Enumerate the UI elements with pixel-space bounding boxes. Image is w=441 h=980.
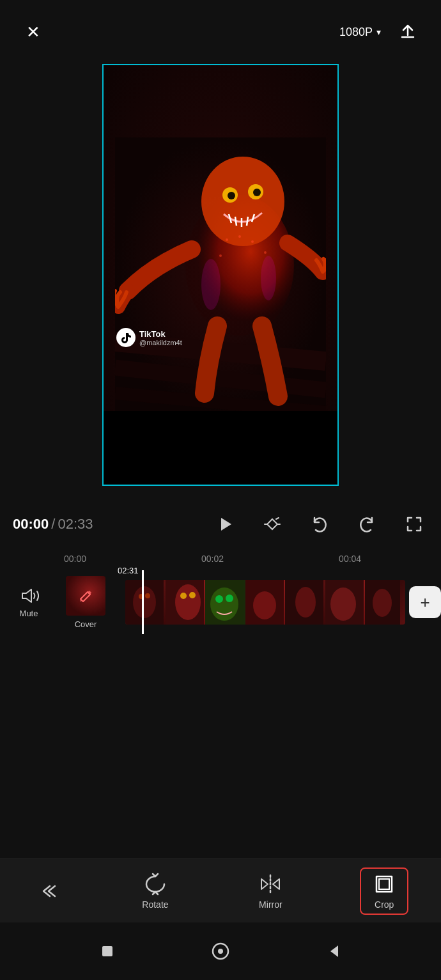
svg-rect-44 — [102, 946, 112, 956]
playback-buttons — [211, 510, 428, 538]
mute-control[interactable]: Mute — [6, 587, 51, 618]
crop-tool[interactable]: Crop — [360, 867, 408, 915]
quality-label: 1080P — [339, 26, 373, 39]
mute-label: Mute — [20, 609, 38, 618]
close-icon: ✕ — [26, 24, 40, 40]
keyframe-button[interactable] — [258, 510, 286, 538]
back-button[interactable] — [33, 875, 65, 907]
svg-point-25 — [189, 592, 196, 598]
svg-point-46 — [218, 949, 223, 954]
export-button[interactable] — [394, 18, 422, 46]
timeline-timestamps: 00:00 00:02 00:04 — [0, 547, 441, 570]
header: ✕ 1080P ▾ — [0, 0, 441, 64]
svg-point-24 — [180, 593, 187, 599]
svg-point-9 — [253, 189, 261, 196]
cover-control[interactable]: Cover — [60, 576, 111, 629]
svg-point-5 — [201, 157, 284, 246]
cover-label: Cover — [75, 619, 97, 629]
video-preview: TikTok @makildzm4t — [102, 64, 339, 486]
tiktok-text-group: TikTok @makildzm4t — [139, 329, 182, 346]
svg-point-15 — [201, 259, 220, 310]
stop-icon — [100, 944, 115, 959]
tiktok-logo-icon — [116, 328, 135, 347]
letterbox-bottom — [104, 411, 337, 485]
back-arrows-icon — [38, 882, 59, 900]
mirror-tool[interactable]: Mirror — [246, 867, 295, 915]
timeline-cursor — [142, 570, 144, 634]
svg-point-31 — [253, 591, 276, 619]
home-icon — [211, 942, 230, 961]
strip-frame-7 — [365, 580, 405, 625]
timestamp-1: 00:02 — [201, 554, 224, 564]
video-strip-frames — [125, 580, 405, 625]
play-icon — [216, 515, 234, 533]
strip-frame-5 — [285, 580, 325, 625]
time-separator: / — [51, 516, 55, 533]
total-time: 02:33 — [58, 516, 93, 533]
svg-point-12 — [251, 240, 254, 243]
svg-point-23 — [175, 584, 201, 620]
bottom-toolbar: Rotate Mirror Crop — [0, 859, 441, 922]
timeline-track: Mute Cover 02:31 — [0, 570, 441, 634]
pencil-icon — [79, 589, 93, 603]
close-button[interactable]: ✕ — [19, 18, 47, 46]
stop-button[interactable] — [91, 935, 123, 967]
back-nav-icon — [325, 943, 342, 960]
rotate-label: Rotate — [142, 899, 168, 910]
svg-point-29 — [226, 595, 233, 602]
video-strip[interactable]: 02:31 — [115, 580, 441, 625]
keyframe-icon — [263, 515, 281, 533]
svg-point-11 — [238, 235, 241, 238]
crop-label: Crop — [375, 899, 394, 910]
svg-marker-47 — [330, 945, 338, 957]
timestamp-2: 00:04 — [339, 554, 361, 564]
svg-point-19 — [133, 586, 156, 618]
fullscreen-button[interactable] — [400, 510, 428, 538]
add-icon: + — [420, 594, 429, 611]
svg-point-13 — [219, 254, 222, 257]
tiktok-watermark: TikTok @makildzm4t — [116, 328, 182, 347]
video-frame: TikTok @makildzm4t — [102, 64, 339, 486]
redo-icon — [358, 515, 376, 533]
strip-frame-4 — [245, 580, 286, 625]
undo-button[interactable] — [306, 510, 334, 538]
svg-point-28 — [215, 595, 223, 603]
svg-point-27 — [210, 587, 238, 621]
system-navigation — [0, 922, 441, 980]
play-button[interactable] — [211, 510, 239, 538]
time-display: 00:00 / 02:33 — [13, 516, 93, 533]
svg-point-10 — [226, 238, 228, 241]
mirror-label: Mirror — [259, 899, 282, 910]
cover-thumbnail — [66, 576, 105, 616]
svg-point-33 — [295, 587, 316, 618]
tiktok-name: TikTok — [139, 329, 182, 339]
export-icon — [399, 23, 417, 41]
strip-frame-2 — [166, 580, 206, 625]
home-button[interactable] — [205, 935, 236, 967]
redo-button[interactable] — [353, 510, 381, 538]
svg-point-21 — [145, 593, 150, 598]
header-right: 1080P ▾ — [339, 18, 422, 46]
svg-point-37 — [373, 589, 392, 617]
svg-point-14 — [264, 251, 267, 254]
mirror-icon — [259, 873, 282, 896]
video-duration-badge: 02:31 — [118, 566, 139, 575]
timeline-area: 00:00 00:02 00:04 Mute — [0, 547, 441, 726]
rotate-tool[interactable]: Rotate — [129, 867, 181, 915]
fullscreen-icon — [405, 515, 423, 533]
current-time: 00:00 — [13, 516, 49, 533]
quality-selector[interactable]: 1080P ▾ — [339, 26, 381, 39]
timestamp-0: 00:00 — [64, 554, 86, 564]
strip-frame-3 — [205, 580, 245, 625]
chevron-down-icon: ▾ — [376, 27, 381, 37]
crop-icon — [373, 873, 396, 896]
back-nav-button[interactable] — [318, 935, 350, 967]
add-clip-button[interactable]: + — [409, 586, 441, 618]
mute-icon — [19, 587, 39, 605]
strip-frame-6 — [325, 580, 366, 625]
strip-dark-start — [115, 580, 125, 625]
rotate-icon — [144, 873, 167, 896]
playback-controls: 00:00 / 02:33 — [0, 499, 441, 550]
svg-point-35 — [330, 587, 356, 621]
svg-point-8 — [228, 192, 235, 199]
